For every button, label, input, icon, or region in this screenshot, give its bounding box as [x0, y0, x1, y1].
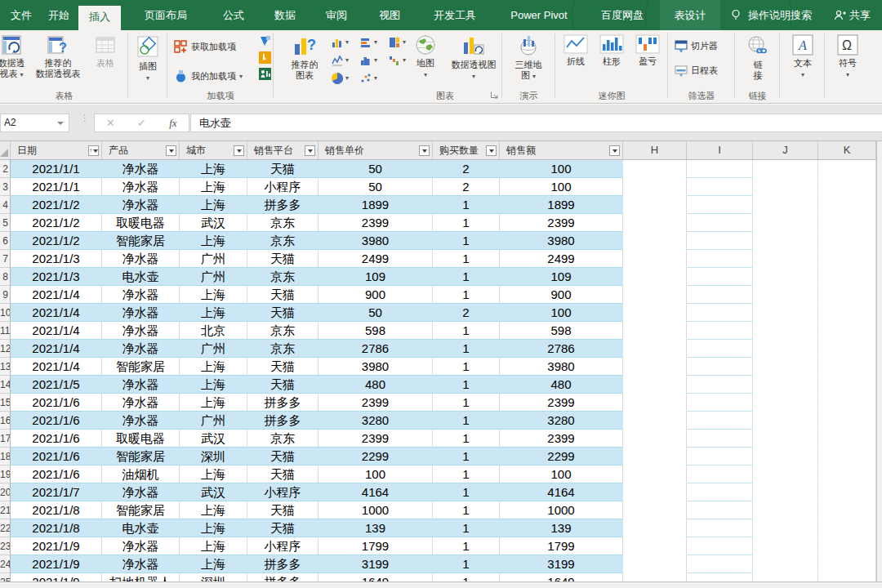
cell-unit-price[interactable]: 139	[318, 519, 433, 537]
insert-function-button[interactable]: fx	[158, 117, 189, 130]
ribbon-tab-11[interactable]: 百度网盘	[585, 0, 660, 30]
ribbon-tab-9[interactable]: 开发工具	[416, 0, 493, 30]
cell-product[interactable]: 智能家居	[102, 232, 180, 250]
cell-K[interactable]	[818, 537, 876, 555]
cell-city[interactable]: 上海	[180, 555, 247, 573]
cell-J[interactable]	[753, 214, 818, 232]
cell-city[interactable]: 上海	[180, 466, 247, 483]
get-addins-button[interactable]: 获取加载项	[174, 40, 236, 54]
cell-date[interactable]: 2021/1/3	[11, 268, 102, 286]
cell-sales[interactable]: 900	[500, 286, 623, 304]
share-button[interactable]: 共享	[849, 0, 871, 30]
cell-J[interactable]	[753, 483, 818, 501]
column-header-platform[interactable]: 销售平台	[247, 141, 318, 159]
cell-K[interactable]	[818, 448, 876, 466]
cell-product[interactable]: 智能家居	[102, 358, 180, 376]
cell-unit-price[interactable]: 50	[318, 304, 433, 322]
filter-button-date[interactable]: ↑	[88, 145, 99, 156]
cell-J[interactable]	[753, 394, 818, 412]
cell-I[interactable]	[687, 304, 753, 322]
row-header-23[interactable]: 23	[0, 537, 11, 555]
cell-sales[interactable]: 3199	[500, 555, 623, 573]
filter-button-unit-price[interactable]	[419, 145, 430, 156]
ribbon-tab-10[interactable]: Power Pivot	[493, 0, 585, 30]
cell-city[interactable]: 武汉	[180, 483, 247, 501]
map3d-button[interactable]: 三维地图 ▾	[507, 32, 550, 81]
cell-quantity[interactable]: 1	[433, 430, 500, 448]
cell-date[interactable]: 2021/1/7	[11, 483, 102, 501]
cell-platform[interactable]: 天猫	[247, 250, 318, 268]
cell-H[interactable]	[623, 555, 687, 573]
cell-date[interactable]: 2021/1/8	[11, 519, 102, 537]
row-header-8[interactable]: 8	[0, 268, 11, 286]
cell-sales[interactable]: 100	[500, 178, 623, 196]
cell-J[interactable]	[753, 537, 818, 555]
row-header-19[interactable]: 19	[0, 466, 11, 483]
cell-city[interactable]: 上海	[180, 286, 247, 304]
cell-quantity[interactable]: 1	[433, 376, 500, 394]
cell-H[interactable]	[623, 537, 687, 555]
cell-platform[interactable]: 京东	[247, 340, 318, 358]
cell-quantity[interactable]: 1	[433, 340, 500, 358]
cell-I[interactable]	[687, 178, 753, 196]
cell-sales[interactable]: 1000	[500, 501, 623, 519]
cell-H[interactable]	[623, 466, 687, 483]
name-box[interactable]: A2	[0, 114, 69, 132]
cell-H[interactable]	[623, 483, 687, 501]
cell-unit-price[interactable]: 3980	[318, 232, 433, 250]
cell-quantity[interactable]: 1	[433, 286, 500, 304]
cell-sales[interactable]: 1649	[500, 573, 623, 581]
row-header-3[interactable]: 3	[0, 178, 11, 196]
cell-product[interactable]: 智能家居	[102, 448, 180, 466]
cell-I[interactable]	[687, 322, 753, 340]
cell-I[interactable]	[687, 501, 753, 519]
cell-sales[interactable]: 100	[500, 304, 623, 322]
cell-quantity[interactable]: 1	[433, 501, 500, 519]
cell-H[interactable]	[623, 232, 687, 250]
column-header-sales[interactable]: 销售额	[500, 141, 623, 159]
cell-I[interactable]	[687, 430, 753, 448]
cell-unit-price[interactable]: 2786	[318, 340, 433, 358]
cell-J[interactable]	[753, 250, 818, 268]
my-addins-button[interactable]: 我的加载项 ▾	[174, 69, 243, 83]
cell-date[interactable]: 2021/1/4	[11, 340, 102, 358]
cell-city[interactable]: 上海	[180, 519, 247, 537]
column-header-I[interactable]: I	[687, 141, 753, 159]
cell-J[interactable]	[753, 322, 818, 340]
cell-platform[interactable]: 天猫	[247, 466, 318, 483]
cell-K[interactable]	[818, 394, 876, 412]
cell-J[interactable]	[753, 519, 818, 537]
cell-city[interactable]: 广州	[180, 268, 247, 286]
cell-product[interactable]: 净水器	[102, 340, 180, 358]
cell-K[interactable]	[818, 214, 876, 232]
filter-button-platform[interactable]	[305, 145, 315, 156]
row-header-15[interactable]: 15	[0, 394, 11, 412]
cell-date[interactable]: 2021/1/6	[11, 448, 102, 466]
cell-quantity[interactable]: 1	[433, 214, 500, 232]
cell-H[interactable]	[623, 519, 687, 537]
cell-platform[interactable]: 天猫	[247, 286, 318, 304]
cell-unit-price[interactable]: 598	[318, 322, 433, 340]
cell-H[interactable]	[623, 376, 687, 394]
cell-date[interactable]: 2021/1/2	[11, 196, 102, 214]
cancel-formula-button[interactable]: ✕	[95, 117, 126, 129]
recommended-charts-button[interactable]: ? 推荐的图表	[280, 32, 329, 81]
cell-platform[interactable]: 京东	[247, 232, 318, 250]
cell-unit-price[interactable]: 1649	[318, 573, 433, 581]
cell-K[interactable]	[818, 430, 876, 448]
cell-platform[interactable]: 小程序	[247, 483, 318, 501]
cell-unit-price[interactable]: 2499	[318, 250, 433, 268]
cell-city[interactable]: 北京	[180, 322, 247, 340]
chart-type-line-button[interactable]: ▾	[331, 53, 355, 68]
cell-K[interactable]	[818, 160, 876, 178]
cell-sales[interactable]: 2786	[500, 340, 623, 358]
cell-date[interactable]: 2021/1/4	[11, 304, 102, 322]
tell-me-search[interactable]: 操作说明搜索	[748, 0, 812, 30]
cell-quantity[interactable]: 1	[433, 268, 500, 286]
cell-K[interactable]	[818, 322, 876, 340]
cell-product[interactable]: 净水器	[102, 412, 180, 430]
cell-K[interactable]	[818, 358, 876, 376]
ribbon-tab-3[interactable]: 插入	[78, 6, 121, 30]
filter-button-sales[interactable]	[609, 145, 620, 156]
cell-unit-price[interactable]: 50	[318, 178, 433, 196]
